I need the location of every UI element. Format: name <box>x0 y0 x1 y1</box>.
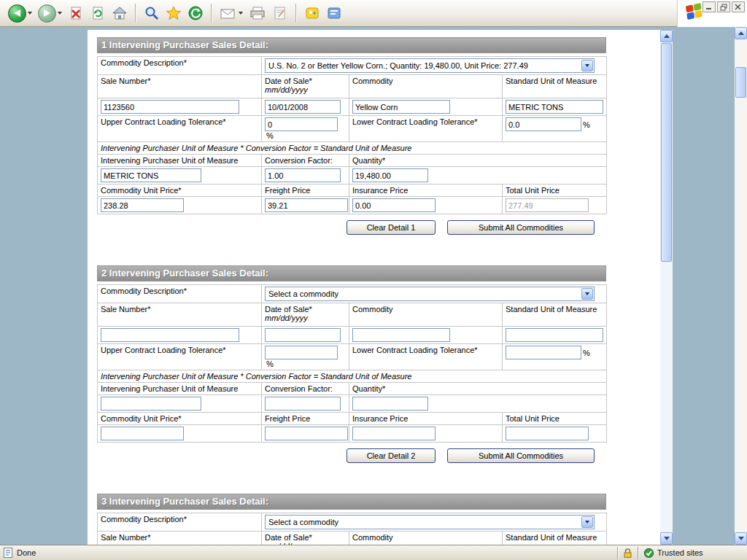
back-button[interactable] <box>6 2 34 25</box>
freight-price-input[interactable] <box>265 198 348 212</box>
lower-tolerance-label: Lower Contract Loading Tolerance* <box>349 344 503 370</box>
scrollbar-down-button[interactable] <box>660 532 673 545</box>
home-button[interactable] <box>109 2 130 25</box>
ip-unit-input[interactable] <box>101 397 201 411</box>
commodity-input[interactable] <box>352 100 450 114</box>
lower-tolerance-input[interactable] <box>506 117 581 131</box>
edit-icon <box>272 5 288 21</box>
conversion-factor-input[interactable] <box>265 397 341 411</box>
freight-price-label: Freight Price <box>262 184 349 197</box>
print-button[interactable] <box>247 2 268 25</box>
quantity-label: Quantity* <box>349 155 607 167</box>
arrow-up-icon <box>664 34 670 38</box>
restore-icon <box>720 4 728 11</box>
quantity-input[interactable] <box>352 397 428 411</box>
date-of-sale-input[interactable] <box>265 328 341 342</box>
lower-tolerance-input[interactable] <box>506 346 581 359</box>
history-button[interactable] <box>185 2 206 25</box>
print-icon <box>249 5 266 21</box>
scrollbar-down-button[interactable] <box>735 532 747 545</box>
commodity-description-select[interactable]: Select a commodity <box>265 287 595 301</box>
edit-button[interactable] <box>270 2 290 25</box>
refresh-button[interactable] <box>88 2 108 25</box>
favorites-star-icon <box>166 5 182 21</box>
chevron-down-icon[interactable] <box>581 60 593 71</box>
commodity-unit-price-label: Commodity Unit Price* <box>98 413 262 425</box>
sale-number-input[interactable] <box>101 328 239 342</box>
section-header: 2 Intervening Purchaser Sales Detail: <box>97 265 606 281</box>
window-scrollbar[interactable] <box>735 27 747 545</box>
page-viewport: 1 Intervening Purchaser Sales Detail: Co… <box>0 27 747 545</box>
commodity-description-select[interactable]: U.S. No. 2 or Better Yellow Corn.; Quant… <box>265 58 595 73</box>
favorites-button[interactable] <box>163 2 184 25</box>
sale-number-label: Sale Number* <box>98 303 262 327</box>
security-zone-label: Trusted sites <box>657 548 703 557</box>
scrollbar-thumb[interactable] <box>661 43 672 262</box>
unit-conversion-formula: Intervening Purchaser Unit of Measure * … <box>98 142 607 155</box>
messenger-icon <box>304 5 320 21</box>
commodity-label: Commodity <box>349 532 503 545</box>
mail-icon <box>220 5 237 21</box>
security-zone-pane: Trusted sites <box>638 547 747 559</box>
date-of-sale-label: Date of Sale*mm/dd/yyyy <box>262 75 349 98</box>
document-done-icon <box>3 547 13 559</box>
security-pane <box>617 547 638 559</box>
quantity-label: Quantity* <box>349 383 607 395</box>
forward-button[interactable] <box>36 2 64 25</box>
minimize-button[interactable] <box>703 1 716 12</box>
commodity-input[interactable] <box>352 328 450 342</box>
conversion-factor-input[interactable] <box>265 168 341 182</box>
sale-number-label: Sale Number* <box>98 532 262 545</box>
unit-conversion-formula: Intervening Purchaser Unit of Measure * … <box>98 370 607 383</box>
upper-tolerance-label: Upper Contract Loading Tolerance* <box>98 116 262 142</box>
mail-dropdown-icon[interactable] <box>239 12 243 15</box>
stop-button[interactable] <box>66 2 86 25</box>
submit-all-commodities-button[interactable]: Submit All Commodities <box>447 448 595 463</box>
insurance-price-input[interactable] <box>352 427 436 440</box>
commodity-unit-price-input[interactable] <box>101 427 184 440</box>
upper-tolerance-input[interactable] <box>265 117 338 131</box>
frame-scrollbar[interactable] <box>660 30 673 545</box>
forward-dropdown-icon[interactable] <box>58 12 62 15</box>
discuss-icon <box>326 5 342 21</box>
scrollbar-up-button[interactable] <box>660 30 673 42</box>
mail-button[interactable] <box>217 2 245 25</box>
minimize-icon <box>705 4 713 10</box>
commodity-unit-price-input[interactable] <box>101 198 184 212</box>
history-icon <box>187 5 204 21</box>
stop-icon <box>68 5 84 21</box>
ip-unit-input[interactable] <box>101 168 201 182</box>
messenger-button[interactable] <box>302 2 322 25</box>
clear-detail-button[interactable]: Clear Detail 2 <box>347 448 436 463</box>
home-icon <box>112 5 128 21</box>
close-button[interactable] <box>732 1 745 12</box>
back-dropdown-icon[interactable] <box>28 12 32 15</box>
date-of-sale-input[interactable] <box>265 100 341 114</box>
standard-unit-input[interactable] <box>506 100 603 114</box>
upper-tolerance-input[interactable] <box>265 346 338 359</box>
arrow-down-icon <box>664 537 670 540</box>
sales-detail-section-2: 2 Intervening Purchaser Sales Detail: Co… <box>97 265 606 463</box>
chevron-down-icon[interactable] <box>581 516 593 528</box>
status-bar: Done Trusted sites <box>0 545 747 560</box>
submit-all-commodities-button[interactable]: Submit All Commodities <box>447 220 595 235</box>
standard-unit-input[interactable] <box>506 328 603 342</box>
scrollbar-thumb[interactable] <box>735 67 746 98</box>
sale-number-input[interactable] <box>101 100 239 114</box>
search-button[interactable] <box>142 2 162 25</box>
commodity-description-select[interactable]: Select a commodity <box>265 515 595 529</box>
chevron-down-icon[interactable] <box>581 288 593 300</box>
discuss-button[interactable] <box>324 2 344 25</box>
arrow-up-icon <box>738 31 744 35</box>
clear-detail-button[interactable]: Clear Detail 1 <box>347 220 436 235</box>
freight-price-input[interactable] <box>265 427 348 440</box>
insurance-price-input[interactable] <box>352 198 436 212</box>
insurance-price-label: Insurance Price <box>349 413 503 425</box>
ip-unit-label: Intervening Purchaser Unit of Measure <box>98 383 262 395</box>
date-of-sale-label: Date of Sale*mm/dd/yyyy <box>262 532 349 545</box>
restore-button[interactable] <box>717 1 730 12</box>
quantity-input[interactable] <box>352 168 428 182</box>
search-icon <box>144 5 160 21</box>
scrollbar-up-button[interactable] <box>735 27 747 39</box>
windows-logo-icon <box>686 3 703 20</box>
